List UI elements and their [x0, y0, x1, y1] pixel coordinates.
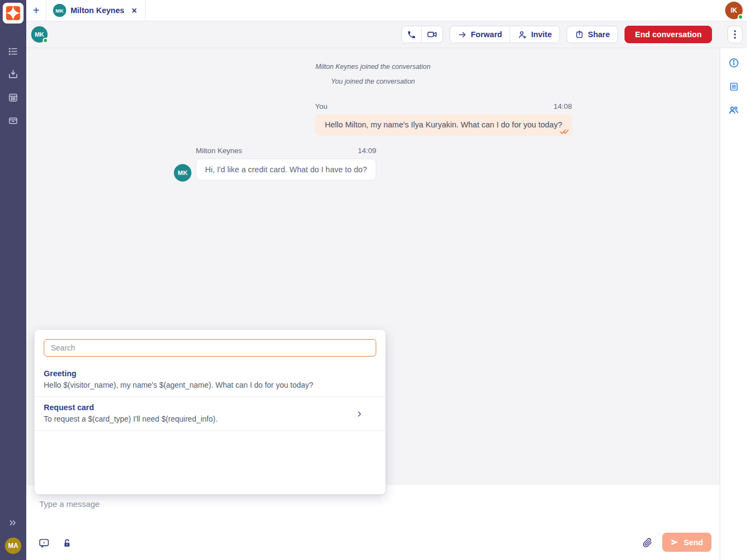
agent-message-bubble: Hello Milton, my name's Ilya Kuryakin. W… — [315, 114, 572, 136]
canned-item-title: Greeting — [44, 369, 353, 378]
sidebar-nav — [0, 45, 26, 126]
lock-transcript-button[interactable] — [62, 538, 72, 549]
list-icon — [8, 46, 19, 57]
sidebar-item-tickets[interactable] — [7, 91, 19, 103]
more-options-button[interactable] — [727, 26, 743, 43]
sidebar-bottom: MA — [0, 518, 26, 560]
message-text: Hello Milton, my name's Ilya Kuryakin. W… — [325, 120, 562, 129]
canned-responses-rail-button[interactable] — [728, 80, 740, 92]
share-label: Share — [588, 30, 610, 39]
message-meta: You 14:08 — [315, 102, 572, 110]
canned-item-text: To request a $(card_type) I'll need $(re… — [44, 415, 353, 423]
arrow-right-icon — [458, 30, 467, 39]
chevron-right-icon — [355, 410, 363, 418]
customer-initials: MK — [34, 31, 44, 38]
conversation-header: MK — [26, 21, 747, 48]
sidebar-item-engage[interactable] — [7, 68, 19, 80]
brand-logo-icon — [5, 5, 21, 21]
archive-box-icon — [8, 115, 19, 126]
end-conversation-button[interactable]: End conversation — [625, 26, 712, 43]
tab-customer-avatar: MK — [53, 4, 66, 17]
forward-button[interactable]: Forward — [450, 26, 510, 43]
phone-icon — [407, 30, 416, 39]
call-button-group — [401, 26, 443, 43]
info-icon — [728, 57, 739, 68]
unlocked-padlock-icon — [62, 538, 72, 549]
invite-label: Invite — [531, 30, 552, 39]
visitor-message: Milton Keynes 14:09 MK Hi, I'd like a cr… — [174, 147, 376, 180]
system-message: You joined the conversation — [174, 74, 572, 89]
message-composer: Send — [26, 485, 720, 560]
sidebar-item-archives[interactable] — [7, 114, 19, 126]
invite-button[interactable]: Invite — [510, 26, 559, 43]
close-tab-icon[interactable]: ✕ — [130, 5, 138, 16]
customer-status-dot — [43, 38, 48, 43]
tab-milton-keynes[interactable]: MK Milton Keynes ✕ — [46, 0, 145, 21]
canned-search-input[interactable] — [44, 339, 376, 357]
customer-avatar[interactable]: MK — [31, 26, 48, 43]
phone-call-button[interactable] — [402, 26, 421, 43]
share-icon — [575, 30, 584, 39]
message-input[interactable] — [39, 499, 532, 509]
tab-bar: + MK Milton Keynes ✕ IK — [26, 0, 747, 21]
new-tab-button[interactable]: + — [26, 0, 46, 21]
send-button[interactable]: Send — [662, 533, 711, 552]
customer-details-button[interactable] — [728, 57, 740, 69]
agent-profile-avatar[interactable]: IK — [725, 2, 743, 19]
composer-tools — [38, 538, 72, 549]
right-rail — [720, 48, 747, 560]
visitor-message-bubble: Hi, I'd like a credit card. What do I ha… — [196, 159, 376, 180]
double-chevron-right-icon — [8, 518, 18, 528]
app-screen: MA + MK Milton Keynes ✕ IK MK — [0, 0, 747, 560]
app-logo[interactable] — [3, 3, 24, 24]
agent-message: You 14:08 Hello Milton, my name's Ilya K… — [315, 102, 572, 136]
agent-status-dot — [738, 14, 743, 20]
message-time: 14:09 — [358, 147, 376, 155]
end-conversation-label: End conversation — [635, 30, 702, 39]
canned-item-text: Hello $(visitor_name), my name's $(agent… — [44, 381, 353, 389]
paperclip-icon — [642, 537, 652, 549]
canned-item-greeting[interactable]: Greeting Hello $(visitor_name), my name'… — [34, 363, 386, 397]
video-call-button[interactable] — [421, 26, 442, 43]
video-camera-icon — [427, 29, 437, 40]
my-profile-avatar[interactable]: MA — [5, 538, 21, 554]
message-author: Milton Keynes — [196, 147, 242, 155]
read-receipt-icon — [560, 129, 569, 135]
inbox-tray-icon — [8, 69, 19, 80]
share-button[interactable]: Share — [567, 26, 618, 43]
expand-sidebar-button[interactable] — [8, 518, 18, 528]
kebab-menu-icon — [734, 30, 736, 39]
agent-initials: IK — [731, 7, 737, 14]
send-icon — [670, 538, 679, 546]
canned-item-title: Request card — [44, 403, 353, 412]
canned-responses-button[interactable] — [38, 538, 50, 549]
sidebar-item-chats[interactable] — [7, 45, 19, 57]
canned-response-icon — [38, 538, 50, 549]
left-sidebar: MA — [0, 0, 26, 560]
send-label: Send — [684, 538, 703, 547]
attachment-button[interactable] — [642, 537, 652, 549]
header-actions: Forward Invite Share — [401, 26, 747, 43]
system-message: Milton Keynes joined the conversation — [174, 60, 572, 74]
canned-responses-panel: Greeting Hello $(visitor_name), my name'… — [34, 330, 386, 494]
forward-label: Forward — [471, 30, 502, 39]
message-thread: Milton Keynes joined the conversation Yo… — [174, 48, 572, 180]
message-author: You — [315, 102, 328, 110]
message-time: 14:08 — [553, 102, 572, 110]
agents-button[interactable] — [728, 104, 740, 116]
visitor-avatar: MK — [174, 164, 191, 182]
message-meta: Milton Keynes 14:09 — [196, 147, 376, 155]
invite-person-icon — [518, 30, 527, 39]
canned-item-request-card[interactable]: Request card To request a $(card_type) I… — [34, 397, 386, 431]
forward-invite-group: Forward Invite — [450, 26, 560, 43]
canned-search-wrap — [34, 330, 386, 363]
calendar-icon — [8, 92, 19, 103]
tab-title: Milton Keynes — [71, 6, 124, 15]
visitor-message-row: MK Hi, I'd like a credit card. What do I… — [174, 159, 376, 180]
agents-icon — [728, 104, 739, 115]
notes-icon — [729, 81, 739, 92]
